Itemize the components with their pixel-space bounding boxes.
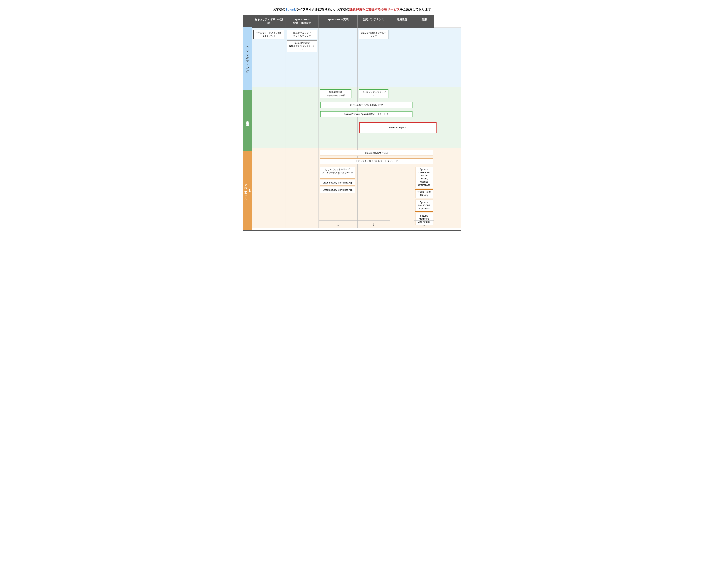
jisso-col6 <box>414 87 434 148</box>
top-banner: お客様のSplunkライフサイクルに寄り添い、お客様の課題解決をご支援する各種サ… <box>243 4 461 15</box>
service-security-log-container: セキュリティログ分析スタートパッケージ <box>319 158 434 166</box>
service-hajimete: はじめてセットシリーズプロキシログ／セキュリティログ <box>320 167 355 178</box>
arrow-3: ↓ <box>319 221 358 228</box>
arrow-6: ↓ <box>414 221 434 228</box>
main-container: お客様のSplunkライフサイクルに寄り添い、お客様の課題解決をご支援する各種サ… <box>243 4 461 231</box>
banner-red1: 課題解決をご支援する各種サービス <box>349 8 400 11</box>
consulting-col5 <box>390 28 414 87</box>
service-premium-apps: Splunk Premium Apps 構築サポートサービス <box>320 111 412 117</box>
left-label-jisso: 実装・構築支援 <box>243 90 252 151</box>
col-header-3: Splunk/SIEM 実装 <box>319 15 358 27</box>
arrow-row: ↓ ↓ ↓ <box>252 221 461 228</box>
col-header-2: Splunk/SIEM設計／仕様策定 <box>285 15 319 27</box>
service-kankyo-kochiku: 環境構築支援※構築パートナー様 <box>320 89 351 99</box>
arrow-5 <box>390 221 414 228</box>
service-smart-security: Smart Security Monitoring App <box>320 187 355 193</box>
col-header-1: セキュリティポリシー設計 <box>252 15 285 27</box>
arrow-4: ↓ <box>358 221 390 228</box>
service-dashboard-container: ダッシュボード／SPL 作成パック <box>319 102 414 110</box>
service-cloud-security: Cloud Security Monitoring App <box>320 180 355 186</box>
banner-blue1: Splunk <box>285 8 296 11</box>
left-label-sonota: 独自App その他サービス <box>243 151 252 230</box>
consulting-col6 <box>414 28 434 87</box>
consulting-col3 <box>319 28 358 87</box>
left-labels-column: コンサルティング 実装・構築支援 独自App その他サービス <box>243 15 252 230</box>
arrow-2 <box>285 221 319 228</box>
col-header-4: 設定メンテナンス <box>358 15 390 27</box>
consulting-col4: SIEM業務改善コンサルティング <box>358 28 390 87</box>
left-label-consulting: コンサルティング <box>243 27 252 90</box>
service-siem-unyo: SIEM運用監視サービス <box>320 150 433 156</box>
service-dashboard: ダッシュボード／SPL 作成パック <box>320 102 412 108</box>
service-seifutouichi: 政府統一基準対応App <box>415 189 433 198</box>
banner-middle: ライフサイクルに寄り添い、お客様の <box>296 8 349 11</box>
service-kantan-security: 簡易セキュリティコンサルティング <box>287 30 317 39</box>
consulting-section: セキュリティドメインコンサルティング 簡易セキュリティコンサルティング Splu… <box>252 28 461 87</box>
banner-prefix: お客様の <box>273 8 285 11</box>
service-premium-apps-container: Splunk Premium Apps 構築サポートサービス <box>319 111 414 119</box>
service-security-domain: セキュリティドメインコンサルティング <box>253 30 284 39</box>
banner-suffix: をご用意しております <box>400 8 431 11</box>
jisso-section: 環境構築支援※構築パートナー様 バージョンアップサービス ダッシュボード／SPL… <box>252 87 461 148</box>
service-security-log-analysis: セキュリティログ分析スタートパッケージ <box>320 158 433 164</box>
service-siem-kaizen: SIEM業務改善コンサルティング <box>359 30 389 39</box>
service-siem-container: SIEM運用監視サービス <box>319 150 434 157</box>
column-headers: セキュリティポリシー設計 Splunk/SIEM設計／仕様策定 Splunk/S… <box>252 15 461 28</box>
sonota-col1 <box>252 148 285 228</box>
service-splunk-phantom: Splunk Phantom自動化アセスメントサービス <box>287 40 317 52</box>
service-crowdstrike: Splunk × CrowdStrike FalconInsight, Macn… <box>415 167 433 188</box>
sonota-col2 <box>285 148 319 228</box>
jisso-col2 <box>285 87 319 148</box>
consulting-col2: 簡易セキュリティコンサルティング Splunk Phantom自動化アセスメント… <box>285 28 319 87</box>
arrow-1 <box>252 221 285 228</box>
service-premium-support-container: Premium Support <box>358 122 438 135</box>
service-premium-support: Premium Support <box>359 122 436 133</box>
col-header-6: 運用 <box>414 15 434 27</box>
content-grid: コンサルティング 実装・構築支援 独自App その他サービス セキュリティポリシ… <box>243 15 461 230</box>
jisso-col1 <box>252 87 285 148</box>
sonota-section: はじめてセットシリーズプロキシログ／セキュリティログ Cloud Securit… <box>252 148 461 228</box>
service-lanscope: Splunk × LANSCOPEOriginal App <box>415 199 433 212</box>
right-content: セキュリティポリシー設計 Splunk/SIEM設計／仕様策定 Splunk/S… <box>252 15 461 230</box>
consulting-col1: セキュリティドメインコンサルティング <box>252 28 285 87</box>
col-header-5: 運用改善 <box>390 15 414 27</box>
service-version-up: バージョンアップサービス <box>359 89 389 99</box>
